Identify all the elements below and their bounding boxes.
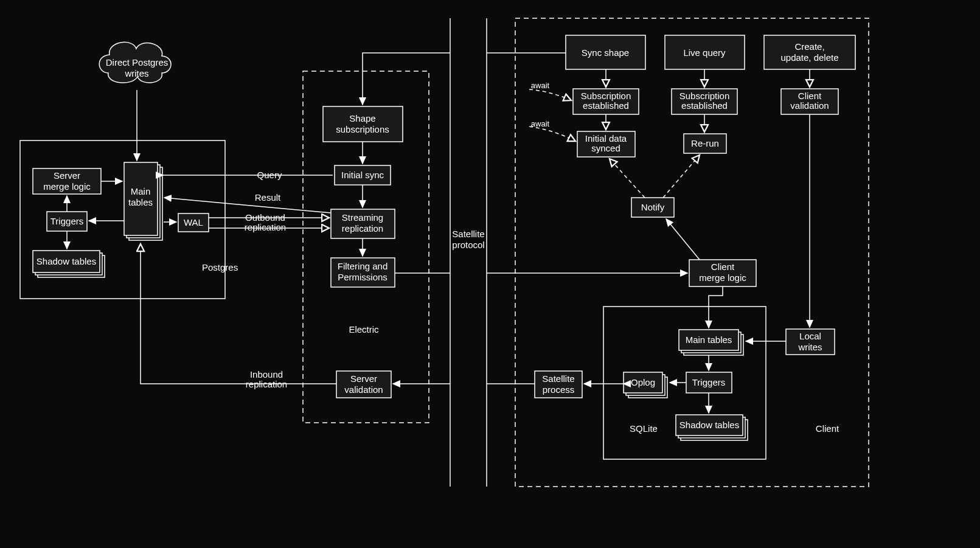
svg-text:Streamingreplication: Streamingreplication: [342, 212, 383, 234]
conn-notify-ids: [610, 159, 645, 198]
conn-notify-rerun: [663, 155, 700, 198]
svg-text:Initial sync: Initial sync: [341, 170, 384, 180]
svg-text:Result: Result: [255, 192, 281, 203]
svg-text:Triggers: Triggers: [692, 377, 725, 387]
svg-text:Localwrites: Localwrites: [798, 331, 822, 352]
client-title: Client: [816, 423, 839, 434]
svg-text:Query: Query: [257, 170, 282, 180]
architecture-diagram: Postgres Direct Postgreswrites Servermer…: [0, 0, 980, 548]
svg-text:Triggers: Triggers: [50, 216, 83, 226]
svg-text:await: await: [531, 81, 550, 90]
conn-cml-sqlite-main: [709, 286, 723, 328]
electric-title: Electric: [349, 324, 379, 335]
direct-postgres-writes-cloud: Direct Postgreswrites: [99, 42, 171, 83]
svg-text:Subscriptionestablished: Subscriptionestablished: [679, 91, 730, 111]
svg-text:Subscriptionestablished: Subscriptionestablished: [581, 91, 631, 111]
svg-text:Shadow tables: Shadow tables: [679, 420, 739, 430]
conn-await-1: [529, 89, 571, 100]
svg-text:Sync shape: Sync shape: [582, 47, 629, 58]
conn-cml-notify: [666, 219, 700, 260]
svg-text:Re-run: Re-run: [691, 138, 719, 148]
sqlite-title: SQLite: [630, 423, 658, 434]
postgres-main-tables-box: Maintables: [124, 162, 162, 240]
conn-result: [164, 198, 331, 213]
conn-await-2: [529, 127, 575, 141]
svg-text:Oplog: Oplog: [631, 377, 655, 387]
postgres-title: Postgres: [202, 262, 238, 272]
svg-text:Shadow tables: Shadow tables: [36, 256, 96, 266]
sqlite-oplog-box: Oplog: [624, 372, 667, 398]
svg-text:await: await: [531, 119, 550, 128]
sqlite-main-tables-box: Main tables: [679, 330, 743, 355]
svg-text:Satelliteprotocol: Satelliteprotocol: [452, 229, 484, 250]
svg-text:Main tables: Main tables: [686, 335, 732, 345]
svg-text:Live query: Live query: [683, 47, 726, 58]
svg-text:Maintables: Maintables: [128, 186, 153, 207]
conn-inbound: [141, 244, 336, 384]
conn-sync-out2: [363, 53, 450, 105]
svg-text:Notify: Notify: [641, 202, 665, 212]
sqlite-shadow-tables-box: Shadow tables: [676, 415, 748, 440]
svg-text:Outboundreplication: Outboundreplication: [245, 212, 286, 232]
postgres-shadow-tables-box: Shadow tables: [33, 251, 105, 277]
svg-text:Filtering andPermissions: Filtering andPermissions: [338, 261, 388, 282]
svg-text:Inboundreplication: Inboundreplication: [246, 369, 287, 389]
svg-text:WAL: WAL: [184, 217, 203, 227]
svg-text:Satelliteprocess: Satelliteprocess: [542, 373, 574, 395]
